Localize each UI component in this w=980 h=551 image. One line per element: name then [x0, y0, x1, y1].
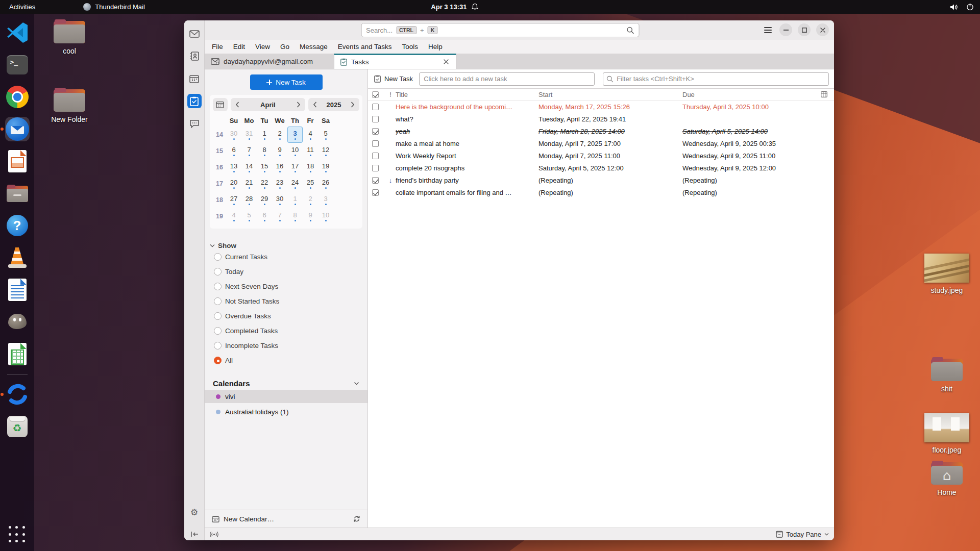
calendar-day[interactable]: 18 — [303, 159, 318, 176]
completed-column-icon[interactable] — [372, 91, 379, 98]
task-checkbox[interactable] — [372, 189, 379, 196]
calendar-day[interactable]: 31 — [241, 127, 257, 143]
filter-tasks-input[interactable] — [603, 72, 829, 86]
prev-year-button[interactable] — [308, 98, 322, 111]
menu-item[interactable]: File — [207, 41, 228, 53]
settings-gear-icon[interactable]: ⚙ — [190, 507, 198, 518]
task-row[interactable]: ↓ friend's birthday party (Repeating) (R… — [368, 174, 834, 186]
new-task-button[interactable]: New Task — [250, 74, 323, 90]
maximize-button[interactable] — [798, 23, 811, 36]
priority-column-header[interactable]: ! — [385, 91, 396, 98]
show-option[interactable]: Completed Tasks — [210, 323, 360, 338]
calendar-day[interactable]: 17 — [287, 159, 303, 176]
calendar-day[interactable]: 3 — [287, 127, 303, 143]
show-option[interactable]: All — [210, 353, 360, 368]
desktop-icon-cool[interactable]: cool — [41, 19, 97, 55]
start-column-header[interactable]: Start — [538, 91, 682, 98]
tab-mail-account[interactable]: daydayhappyvivi@gmail.com — [205, 54, 334, 69]
task-checkbox[interactable] — [372, 153, 379, 159]
calendar-day[interactable]: 4 — [303, 127, 318, 143]
sync-calendars-icon[interactable] — [353, 515, 360, 522]
calendar-day[interactable]: 6 — [257, 208, 272, 224]
calendar-day[interactable]: 5 — [318, 127, 333, 143]
calendar-day[interactable]: 4 — [226, 208, 241, 224]
tab-close-icon[interactable] — [443, 57, 450, 67]
tab-tasks[interactable]: Tasks — [334, 54, 456, 69]
calendar-day[interactable]: 30 — [226, 127, 241, 143]
calendar-day[interactable]: 2 — [303, 192, 318, 208]
calendar-day[interactable]: 10 — [318, 208, 333, 224]
calendar-day[interactable]: 11 — [303, 143, 318, 159]
menu-item[interactable]: Go — [275, 41, 295, 53]
calendar-day[interactable]: 15 — [257, 159, 272, 176]
chevron-down-icon[interactable] — [210, 244, 215, 247]
dock-item-libreoffice-impress[interactable] — [5, 149, 30, 173]
prev-month-button[interactable] — [231, 98, 244, 111]
desktop-icon-shit[interactable]: shit — [919, 357, 975, 393]
calendar-day[interactable]: 22 — [257, 176, 272, 192]
task-row[interactable]: collate important emails for filing and … — [368, 186, 834, 198]
desktop-icon-home[interactable]: Home — [919, 461, 975, 496]
menu-item[interactable]: Edit — [228, 41, 250, 53]
dock-item-terminal[interactable] — [5, 53, 30, 77]
calendar-day[interactable]: 6 — [226, 143, 241, 159]
calendar-day[interactable]: 20 — [226, 176, 241, 192]
calendar-day[interactable]: 8 — [257, 143, 272, 159]
task-row[interactable]: what? Tuesday, April 22, 2025 19:41 — [368, 113, 834, 125]
minimize-button[interactable] — [779, 23, 792, 36]
next-month-button[interactable] — [292, 98, 305, 111]
dock-item-trash[interactable] — [5, 414, 30, 439]
add-task-input[interactable] — [419, 72, 595, 86]
inline-new-task-button[interactable]: New Task — [374, 75, 413, 83]
calendar-list-item-vivi[interactable]: vivi — [205, 390, 368, 403]
dock-item-software-updater[interactable] — [5, 382, 30, 407]
mini-month-today-button[interactable] — [213, 98, 228, 111]
calendar-day[interactable]: 27 — [226, 192, 241, 208]
title-column-header[interactable]: Title — [396, 91, 538, 98]
new-calendar-button[interactable]: New Calendar… — [212, 515, 274, 523]
calendar-day[interactable]: 10 — [287, 143, 303, 159]
show-option[interactable]: Overdue Tasks — [210, 309, 360, 323]
task-row[interactable]: make a meal at home Monday, April 7, 202… — [368, 137, 834, 149]
calendar-day[interactable]: 9 — [303, 208, 318, 224]
calendar-day[interactable]: 30 — [272, 192, 287, 208]
calendar-day[interactable]: 2 — [272, 127, 287, 143]
calendar-list-item-australia-holidays[interactable]: AustraliaHolidays (1) — [205, 405, 368, 418]
column-picker-icon[interactable] — [821, 91, 834, 97]
calendar-day[interactable]: 25 — [303, 176, 318, 192]
desktop-icon-new-folder[interactable]: New Folder — [41, 88, 97, 123]
system-status-area[interactable] — [950, 3, 974, 11]
dock-item-chrome[interactable] — [5, 85, 30, 109]
chevron-down-icon[interactable] — [354, 382, 359, 385]
dock-item-files[interactable] — [5, 181, 30, 206]
dock-item-vscode[interactable] — [5, 20, 30, 45]
calendar-day[interactable]: 26 — [318, 176, 333, 192]
calendar-day[interactable]: 16 — [272, 159, 287, 176]
menu-item[interactable]: Events and Tasks — [333, 41, 397, 53]
next-year-button[interactable] — [346, 98, 359, 111]
space-tasks-button[interactable] — [187, 94, 202, 108]
dock-item-libreoffice-writer[interactable] — [5, 278, 30, 302]
close-button[interactable] — [816, 23, 829, 36]
menu-item[interactable]: View — [250, 41, 275, 53]
app-menu-button[interactable] — [762, 25, 774, 35]
due-column-header[interactable]: Due — [682, 91, 821, 98]
calendar-day[interactable]: 21 — [241, 176, 257, 192]
desktop-icon-study-jpeg[interactable]: study.jpeg — [919, 254, 975, 294]
collapse-spaces-icon[interactable] — [190, 531, 199, 537]
show-option[interactable]: Not Started Tasks — [210, 294, 360, 309]
task-checkbox[interactable] — [372, 165, 379, 171]
task-row[interactable]: Here is the background of the upcomi… Mo… — [368, 101, 834, 113]
task-checkbox[interactable] — [372, 128, 379, 135]
focused-app-indicator[interactable]: Thunderbird Mail — [83, 3, 145, 11]
dock-item-libreoffice-calc[interactable] — [5, 342, 30, 366]
calendar-day[interactable]: 23 — [272, 176, 287, 192]
calendar-day[interactable]: 13 — [226, 159, 241, 176]
task-row[interactable]: complete 20 risographs Saturday, April 5… — [368, 162, 834, 174]
dock-item-thunderbird[interactable] — [5, 117, 30, 141]
show-option[interactable]: Current Tasks — [210, 249, 360, 264]
calendar-day[interactable]: 14 — [241, 159, 257, 176]
calendar-day[interactable]: 1 — [287, 192, 303, 208]
calendar-day[interactable]: 24 — [287, 176, 303, 192]
calendar-day[interactable]: 28 — [241, 192, 257, 208]
